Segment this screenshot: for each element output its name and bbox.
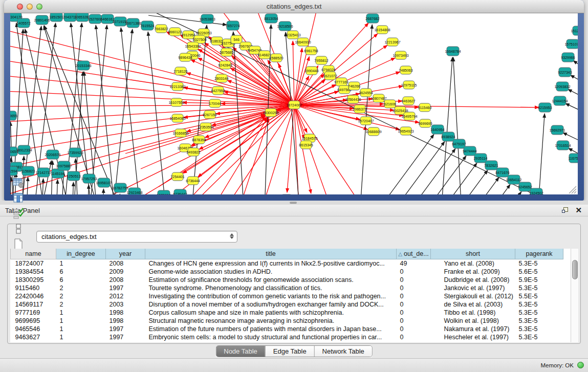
graph-node[interactable]: 8471676: [495, 168, 509, 177]
graph-node[interactable]: 9777169: [334, 78, 348, 86]
table-cell[interactable]: 0: [397, 300, 431, 309]
table-cell[interactable]: 9777169: [11, 309, 56, 317]
graph-node[interactable]: 15122479: [571, 26, 578, 35]
memory-status-dot[interactable]: [577, 362, 584, 368]
select-rows-icon[interactable]: [11, 206, 26, 221]
table-cell[interactable]: 49: [397, 259, 431, 268]
table-cell[interactable]: 5.3E-5: [515, 284, 563, 292]
table-cell[interactable]: 0: [397, 292, 431, 300]
graph-node[interactable]: 1025919: [157, 190, 170, 194]
graph-node[interactable]: 6736444: [186, 177, 200, 185]
graph-node[interactable]: 16958107: [96, 178, 112, 187]
divider-handle-icon[interactable]: [290, 202, 297, 204]
graph-node[interactable]: 16854085: [169, 114, 185, 122]
table-cell[interactable]: Stergiakouli et al. (2012): [431, 292, 515, 300]
table-cell[interactable]: 1997: [106, 284, 145, 292]
graph-node[interactable]: 9245652: [518, 182, 532, 191]
graph-node[interactable]: 621606: [384, 100, 396, 108]
graph-node[interactable]: 9329966: [561, 53, 575, 62]
table-cell[interactable]: Jankovic et al. (1997): [431, 284, 515, 292]
float-panel-icon[interactable]: [562, 207, 569, 214]
graph-node[interactable]: 6736442: [173, 189, 187, 194]
graph-node[interactable]: 12325413: [285, 31, 300, 39]
graph-node[interactable]: 9115460: [418, 103, 432, 112]
table-cell[interactable]: 0: [397, 325, 431, 333]
window-resize-handle[interactable]: [569, 186, 576, 193]
merge-rows-icon[interactable]: [11, 221, 26, 236]
graph-node[interactable]: 7857274: [226, 21, 239, 30]
graph-node[interactable]: 8267150: [203, 111, 216, 119]
graph-node[interactable]: 18724007: [286, 101, 302, 109]
graph-node[interactable]: 6479197: [452, 139, 466, 148]
table-row[interactable]: 977716911998Corpus callosum shape and si…: [11, 309, 563, 317]
graph-node[interactable]: 9896434: [178, 53, 192, 61]
table-cell[interactable]: Yano et al. (2008): [431, 259, 515, 268]
graph-node[interactable]: 9242843: [218, 61, 232, 69]
table-row[interactable]: 1872400712008Changes of HCN gene express…: [11, 259, 563, 268]
column-header-in_degree[interactable]: in_degree: [56, 249, 106, 259]
graph-node[interactable]: 5875685: [220, 48, 233, 56]
graph-node[interactable]: 16053803: [199, 14, 215, 24]
graph-node[interactable]: 7663822: [154, 25, 168, 33]
select-columns-icon[interactable]: [11, 190, 26, 206]
graph-node[interactable]: 9227343: [558, 68, 572, 77]
table-cell[interactable]: 6: [56, 276, 106, 284]
table-cell[interactable]: 1: [56, 325, 106, 333]
graph-node[interactable]: 7955812: [314, 56, 328, 64]
graph-node[interactable]: 8215953: [538, 103, 552, 112]
graph-node[interactable]: 12213383: [169, 82, 185, 91]
table-row[interactable]: 1830029562008Estimation of significance …: [11, 276, 563, 284]
table-cell[interactable]: Estimation of significance thresholds fo…: [145, 276, 397, 284]
graph-node[interactable]: 20153346: [75, 61, 91, 70]
table-cell[interactable]: 1: [56, 333, 106, 341]
table-cell[interactable]: 0: [397, 333, 431, 341]
table-row[interactable]: 946554611997Estimation of the future num…: [11, 325, 563, 333]
window-titlebar[interactable]: citations_edges.txt: [4, 0, 584, 13]
table-cell[interactable]: 1: [56, 317, 106, 325]
graph-node[interactable]: 6961758: [304, 47, 318, 55]
table-cell[interactable]: 2009: [106, 268, 145, 276]
graph-node[interactable]: 170044: [209, 99, 221, 107]
table-cell[interactable]: 22420046: [11, 292, 56, 300]
network-graph-canvas[interactable]: 1872400718300295766382286601238912954182…: [10, 13, 578, 194]
graph-node[interactable]: 16782759: [112, 183, 128, 192]
table-cell[interactable]: 19384554: [11, 268, 56, 276]
table-cell[interactable]: 5.3E-5: [515, 300, 563, 309]
graph-node[interactable]: 7615524: [140, 21, 154, 30]
graph-node[interactable]: 1156823: [21, 166, 35, 176]
graph-node[interactable]: 16495794: [401, 112, 417, 120]
table-cell[interactable]: 1997: [106, 333, 145, 341]
scrollbar-thumb[interactable]: [572, 260, 578, 279]
network-selector-dropdown[interactable]: citations_edges.txt: [36, 231, 237, 243]
table-cell[interactable]: 2: [56, 300, 106, 309]
table-cell[interactable]: 1: [56, 259, 106, 268]
graph-node[interactable]: 16543382: [185, 42, 201, 50]
column-header-name[interactable]: name: [11, 249, 56, 259]
graph-node[interactable]: 18912334: [16, 145, 32, 155]
graph-node[interactable]: 2260655: [10, 111, 17, 120]
table-cell[interactable]: 1998: [106, 309, 145, 317]
graph-node[interactable]: 8813054: [264, 14, 278, 23]
table-cell[interactable]: 0: [397, 309, 431, 317]
table-cell[interactable]: 5.3E-5: [515, 259, 563, 268]
graph-node[interactable]: 16107552: [168, 98, 184, 106]
table-cell[interactable]: 0: [397, 284, 431, 292]
graph-node[interactable]: 9463627: [401, 97, 415, 105]
close-panel-icon[interactable]: ✕: [575, 206, 582, 214]
table-cell[interactable]: 5.6E-5: [515, 268, 563, 276]
graph-node[interactable]: 19654923: [398, 127, 413, 135]
tab-network-table[interactable]: Network Table: [314, 346, 372, 357]
graph-node[interactable]: 17957253: [81, 174, 97, 183]
table-row[interactable]: 911546021997Tourette syndrome. Phenomeno…: [11, 284, 563, 292]
graph-node[interactable]: 12444154: [552, 96, 568, 105]
table-cell[interactable]: de Silva et al. (2003): [431, 300, 515, 309]
graph-node[interactable]: 15692971: [549, 125, 565, 135]
table-cell[interactable]: Investigating the contribution of common…: [145, 292, 397, 300]
table-row[interactable]: 946362711997Embryonic stem cells: a mode…: [11, 333, 563, 341]
graph-node[interactable]: 1640954: [430, 125, 444, 134]
table-cell[interactable]: 6: [56, 268, 106, 276]
graph-node[interactable]: 16671388: [125, 18, 141, 28]
table-cell[interactable]: 2008: [106, 259, 145, 268]
table-cell[interactable]: 9463627: [11, 333, 56, 341]
graph-node[interactable]: 1250513: [67, 171, 80, 181]
